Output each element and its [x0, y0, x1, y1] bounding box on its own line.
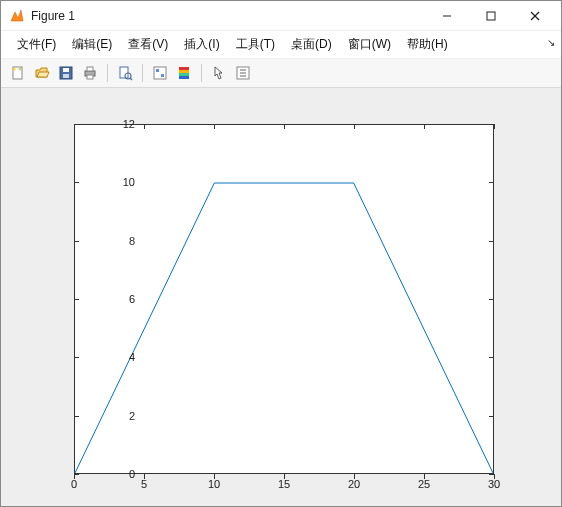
y-tick [489, 241, 494, 242]
svg-rect-11 [87, 75, 93, 79]
x-tick [284, 124, 285, 129]
figure-canvas[interactable]: 024681012051015202530 [1, 88, 561, 507]
x-tick [144, 124, 145, 129]
line-plot [75, 125, 493, 473]
x-tick-label: 25 [418, 478, 430, 490]
svg-rect-1 [487, 12, 495, 20]
y-tick [74, 182, 79, 183]
svg-rect-15 [154, 67, 166, 79]
x-tick [354, 124, 355, 129]
close-button[interactable] [513, 2, 557, 30]
y-tick-label: 12 [105, 118, 135, 130]
menu-window[interactable]: 窗口(W) [340, 34, 399, 55]
menu-bar: 文件(F) 编辑(E) 查看(V) 插入(I) 工具(T) 桌面(D) 窗口(W… [1, 31, 561, 59]
print-icon[interactable] [79, 62, 101, 84]
svg-rect-8 [63, 74, 69, 78]
menu-help[interactable]: 帮助(H) [399, 34, 456, 55]
y-tick-label: 2 [105, 410, 135, 422]
y-tick [489, 299, 494, 300]
menu-desktop[interactable]: 桌面(D) [283, 34, 340, 55]
y-tick [74, 357, 79, 358]
svg-rect-18 [179, 67, 189, 70]
print-preview-icon[interactable] [114, 62, 136, 84]
menu-insert[interactable]: 插入(I) [176, 34, 227, 55]
menu-view[interactable]: 查看(V) [120, 34, 176, 55]
matlab-figure-icon [9, 8, 25, 24]
y-tick-label: 0 [105, 468, 135, 480]
save-icon[interactable] [55, 62, 77, 84]
y-tick [489, 182, 494, 183]
axes[interactable] [74, 124, 494, 474]
y-tick [489, 357, 494, 358]
title-bar: Figure 1 [1, 1, 561, 31]
svg-rect-10 [87, 67, 93, 71]
x-tick-label: 5 [141, 478, 147, 490]
svg-line-14 [130, 78, 132, 80]
insert-icon[interactable] [232, 62, 254, 84]
minimize-button[interactable] [425, 2, 469, 30]
svg-rect-20 [179, 73, 189, 76]
x-tick-label: 10 [208, 478, 220, 490]
svg-rect-12 [120, 67, 128, 78]
y-tick [489, 416, 494, 417]
x-tick [424, 124, 425, 129]
colorbar-icon[interactable] [173, 62, 195, 84]
x-tick [74, 124, 75, 129]
x-tick [214, 124, 215, 129]
data-cursor-icon[interactable] [149, 62, 171, 84]
toolbar [1, 59, 561, 88]
y-tick-label: 10 [105, 176, 135, 188]
x-tick-label: 0 [71, 478, 77, 490]
x-tick [494, 124, 495, 129]
svg-rect-7 [63, 68, 69, 72]
svg-rect-17 [161, 74, 164, 77]
menu-file[interactable]: 文件(F) [9, 34, 64, 55]
menu-edit[interactable]: 编辑(E) [64, 34, 120, 55]
y-tick [74, 416, 79, 417]
maximize-button[interactable] [469, 2, 513, 30]
menu-tools[interactable]: 工具(T) [228, 34, 283, 55]
y-tick [74, 241, 79, 242]
svg-rect-16 [156, 69, 159, 72]
svg-rect-19 [179, 70, 189, 73]
new-figure-icon[interactable] [7, 62, 29, 84]
y-tick [74, 299, 79, 300]
toolbar-overflow-icon[interactable]: ↘ [547, 37, 555, 48]
x-tick-label: 20 [348, 478, 360, 490]
y-tick-label: 4 [105, 351, 135, 363]
window-title: Figure 1 [31, 9, 75, 23]
open-icon[interactable] [31, 62, 53, 84]
svg-point-5 [13, 68, 16, 71]
svg-rect-21 [179, 76, 189, 79]
arrow-icon[interactable] [208, 62, 230, 84]
x-tick-label: 30 [488, 478, 500, 490]
x-tick-label: 15 [278, 478, 290, 490]
y-tick-label: 8 [105, 235, 135, 247]
y-tick-label: 6 [105, 293, 135, 305]
